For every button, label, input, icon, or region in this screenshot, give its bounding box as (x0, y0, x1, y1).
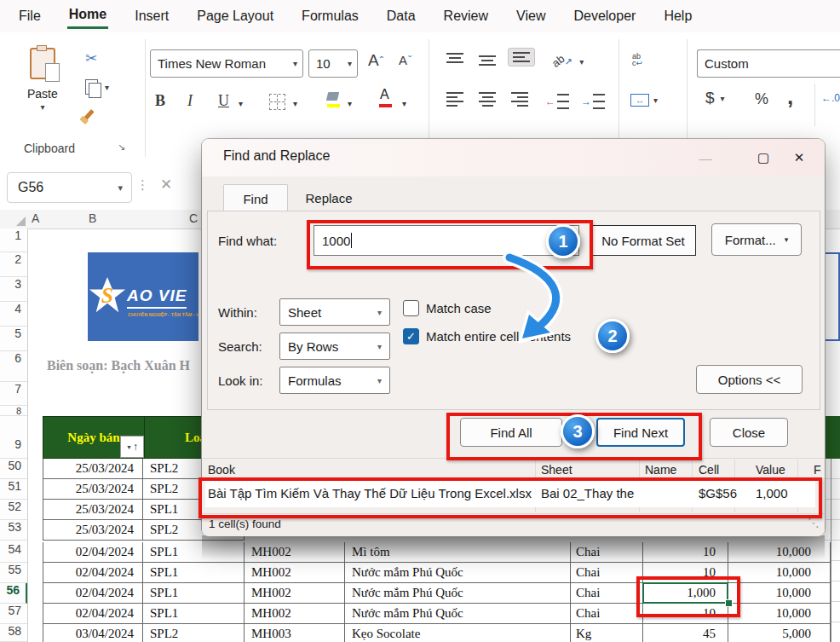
row-header[interactable]: 4 (0, 302, 27, 327)
date-cell[interactable]: 02/04/2024 (43, 542, 143, 563)
cut-button[interactable]: ✂ (85, 49, 97, 67)
increase-indent-button[interactable] (581, 94, 605, 109)
unit-cell[interactable]: Chai (571, 563, 643, 583)
tab-find[interactable]: Find (223, 184, 288, 212)
results-header-cell[interactable]: Cell (699, 463, 719, 477)
row-header[interactable]: 7 (0, 382, 27, 406)
minimize-button[interactable]: — (693, 146, 717, 170)
price-cell[interactable]: 10,000 (728, 604, 831, 624)
font-color-button[interactable]: A (380, 87, 389, 102)
unit-cell[interactable]: Kg (571, 624, 643, 642)
item-name-cell[interactable]: Nước mắm Phú Quốc (345, 604, 571, 624)
row-header[interactable]: 1 (0, 228, 27, 252)
orientation-button[interactable]: ab↗ ▾ (552, 53, 584, 68)
row-header[interactable]: 6 (0, 351, 27, 382)
dialog-launcher-icon[interactable]: ↘ (118, 142, 125, 153)
item-code-cell[interactable]: MH003 (245, 624, 345, 642)
accounting-format-button[interactable]: $▾ (705, 89, 725, 107)
item-name-cell[interactable]: Nước mắm Phú Quốc (345, 563, 571, 583)
underline-dropdown[interactable]: ▾ (239, 99, 243, 108)
percent-style-button[interactable]: % (755, 90, 768, 108)
comma-style-button[interactable]: , (787, 84, 793, 110)
bottom-align-button[interactable] (508, 48, 535, 67)
cancel-icon[interactable]: ✕ (160, 176, 172, 194)
col-header-c[interactable]: C (189, 211, 198, 225)
tab-file[interactable]: File (17, 5, 43, 27)
within-combo[interactable]: Sheet▾ (279, 298, 390, 326)
borders-dropdown[interactable]: ▾ (293, 99, 297, 108)
tab-insert[interactable]: Insert (133, 5, 170, 27)
sort-filter-button[interactable]: ↑ (120, 436, 144, 458)
font-size-combo[interactable]: 10 ▾ (308, 49, 358, 78)
bold-button[interactable]: B (155, 92, 165, 110)
format-button[interactable]: Format...▾ (711, 223, 802, 256)
merge-center-button[interactable]: ▾ (630, 94, 658, 107)
fill-color-dropdown[interactable]: ▾ (348, 99, 352, 108)
wrap-text-button[interactable]: ab c↩ (632, 53, 642, 67)
borders-button[interactable] (269, 94, 285, 110)
results-header-name[interactable]: Name (645, 463, 676, 477)
top-align-button[interactable] (446, 53, 463, 67)
maximize-button[interactable]: ▢ (751, 146, 775, 170)
increase-decimal-button[interactable]: ←.0 (821, 92, 840, 104)
align-left-button[interactable] (446, 92, 463, 107)
decrease-indent-button[interactable] (545, 94, 569, 109)
date-cell[interactable]: 02/04/2024 (43, 563, 143, 583)
no-format-set-button[interactable]: No Format Set (590, 225, 696, 256)
font-name-combo[interactable]: Times New Roman ▾ (150, 49, 303, 78)
tab-home[interactable]: Home (67, 3, 108, 29)
align-center-button[interactable] (479, 92, 496, 107)
col-header-a[interactable]: A (32, 211, 39, 225)
price-cell[interactable]: 10,000 (728, 583, 831, 604)
tab-data[interactable]: Data (385, 5, 417, 27)
tab-formulas[interactable]: Formulas (300, 5, 360, 27)
dialog-title-bar[interactable]: Find and Replace — ▢ ✕ (202, 139, 825, 176)
code-cell[interactable]: SPL1 (143, 604, 245, 624)
item-name-cell[interactable]: Kẹo Socolate (345, 624, 571, 642)
code-cell[interactable]: SPL2 (143, 624, 245, 642)
middle-align-button[interactable] (479, 55, 496, 70)
italic-button[interactable]: I (187, 92, 193, 110)
col-header-b[interactable]: B (89, 211, 96, 225)
results-header-book[interactable]: Book (208, 463, 235, 477)
qty-cell[interactable]: 45 (643, 624, 728, 642)
results-header-formula[interactable]: Formula (814, 463, 821, 477)
tab-replace[interactable]: Replace (286, 184, 371, 211)
unit-cell[interactable]: Chai (571, 583, 643, 604)
item-code-cell[interactable]: MH002 (245, 583, 345, 604)
tab-review[interactable]: Review (442, 5, 490, 27)
tab-help[interactable]: Help (662, 5, 693, 27)
item-code-cell[interactable]: MH002 (245, 563, 345, 583)
date-cell[interactable]: 25/03/2024 (43, 520, 143, 541)
look-in-combo[interactable]: Formulas▾ (279, 367, 390, 394)
date-cell[interactable]: 02/04/2024 (43, 583, 143, 604)
fill-color-button[interactable] (327, 92, 338, 101)
price-cell[interactable]: 10,000 (728, 563, 831, 583)
close-window-button[interactable]: ✕ (787, 146, 811, 170)
price-cell[interactable]: 5,000 (728, 624, 831, 642)
number-format-combo[interactable]: Custom (697, 49, 840, 78)
row-header[interactable]: 5 (0, 327, 27, 351)
date-cell[interactable]: 25/03/2024 (43, 459, 143, 479)
options-button[interactable]: Options << (696, 365, 803, 394)
decrease-font-button[interactable]: A (399, 53, 411, 67)
match-case-checkbox[interactable] (403, 300, 419, 316)
code-cell[interactable]: SPL1 (143, 563, 245, 583)
search-combo[interactable]: By Rows▾ (279, 333, 390, 360)
unit-cell[interactable]: Chai (571, 604, 643, 624)
row-header[interactable]: 9 (0, 416, 27, 459)
row-header[interactable]: 8 (0, 406, 27, 416)
tab-view[interactable]: View (515, 5, 547, 27)
code-cell[interactable]: SPL1 (143, 583, 245, 604)
results-header-sheet[interactable]: Sheet (541, 463, 572, 477)
align-right-button[interactable] (511, 92, 528, 107)
item-name-cell[interactable]: Nước mắm Phú Quốc (345, 583, 571, 604)
date-cell[interactable]: 03/04/2024 (43, 624, 143, 642)
results-header-value[interactable]: Value (756, 463, 785, 477)
increase-font-button[interactable]: A (368, 51, 383, 70)
item-code-cell[interactable]: MH002 (245, 604, 345, 624)
tab-page-layout[interactable]: Page Layout (195, 5, 275, 27)
close-button[interactable]: Close (710, 418, 788, 447)
row-header[interactable]: 3 (0, 277, 27, 302)
underline-button[interactable]: U (218, 92, 229, 110)
